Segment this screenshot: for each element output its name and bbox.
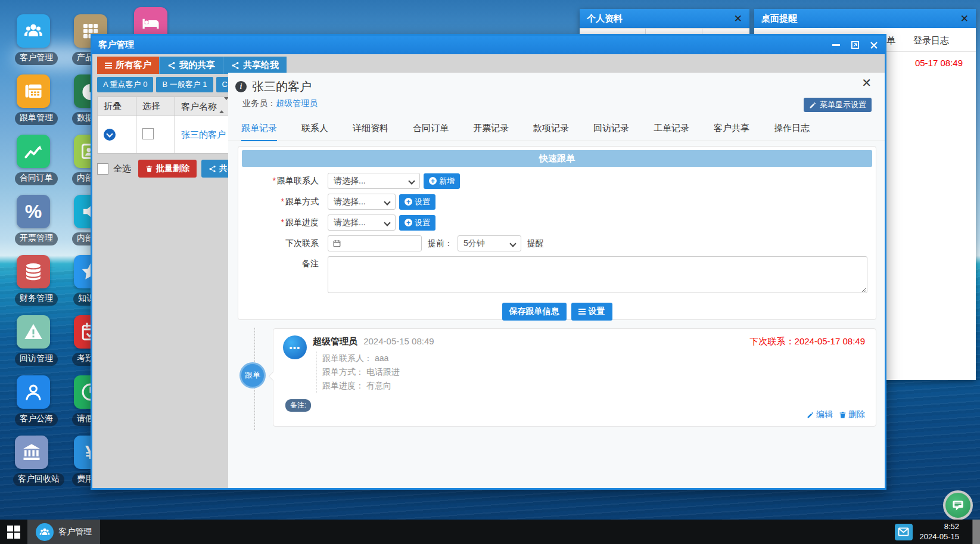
list-icon: [578, 307, 586, 316]
contact-select[interactable]: 请选择...: [328, 173, 420, 189]
menu-display-settings-button[interactable]: 菜单显示设置: [804, 98, 872, 112]
chevron-down-icon: [384, 198, 390, 205]
database-icon: [17, 255, 50, 288]
reminder-panel-titlebar: 桌面提醒 ✕: [754, 9, 976, 28]
tab-payment-records[interactable]: 款项记录: [533, 117, 569, 141]
category-b-button[interactable]: B 一般客户 1: [156, 77, 213, 92]
desktop-icon-label: 合同订单: [15, 172, 58, 185]
edit-record-link[interactable]: 编辑: [807, 409, 833, 420]
reminder-panel-title: 桌面提醒: [761, 13, 797, 24]
chevron-down-icon: [384, 219, 390, 226]
chat-fab-button[interactable]: [943, 490, 973, 520]
chevron-down-icon: [408, 178, 415, 184]
batch-delete-button[interactable]: 批量删除: [138, 160, 197, 178]
ahead-select[interactable]: 5分钟: [458, 235, 521, 251]
card-notch: [269, 372, 278, 381]
tab-follow-records[interactable]: 跟单记录: [241, 117, 277, 141]
record-method-line: 跟单方式： 电话跟进: [322, 365, 400, 379]
tab-details[interactable]: 详细资料: [353, 117, 388, 141]
tab-contract-orders[interactable]: 合同订单: [413, 117, 449, 141]
note-textarea[interactable]: [328, 256, 867, 293]
delete-record-link[interactable]: 删除: [839, 409, 865, 420]
col-header-fold[interactable]: 折叠: [98, 97, 136, 116]
percent-icon: %: [17, 195, 50, 228]
salesman-link[interactable]: 超级管理员: [276, 98, 318, 108]
follow-badge: 跟单: [239, 362, 266, 388]
share-icon: [209, 165, 216, 173]
row-checkbox[interactable]: [142, 128, 154, 139]
method-label: 跟单方式: [285, 197, 319, 206]
required-mark: *: [281, 217, 284, 227]
next-contact-date-input[interactable]: [328, 235, 422, 251]
reminder-tab-partial[interactable]: 单: [886, 35, 895, 46]
category-a-button[interactable]: A 重点客户 0: [97, 77, 153, 92]
show-desktop-button[interactable]: [972, 520, 980, 544]
desktop-icon-recycle-bin[interactable]: 客户回收站: [13, 436, 50, 486]
add-contact-button[interactable]: +新增: [424, 173, 460, 189]
desktop-icon-customer-pool[interactable]: 客户公海: [15, 375, 52, 426]
close-icon[interactable]: [869, 41, 879, 50]
tab-contacts[interactable]: 联系人: [301, 117, 328, 141]
desktop-icon-invoice-mgmt[interactable]: % 开票管理: [15, 195, 52, 245]
save-follow-button[interactable]: 保存跟单信息: [502, 303, 567, 321]
windows-logo-icon: [7, 526, 20, 539]
salesman-row: 业务员：超级管理员: [228, 95, 885, 109]
col-header-select[interactable]: 选择: [136, 97, 175, 116]
progress-settings-button[interactable]: +设置: [399, 215, 435, 231]
desktop-icon-contract-order[interactable]: 合同订单: [15, 135, 52, 185]
percent-glyph: %: [25, 202, 42, 221]
method-select[interactable]: 请选择...: [328, 194, 396, 210]
window-titlebar: 客户管理: [92, 36, 885, 54]
tab-revisit-records[interactable]: 回访记录: [593, 117, 629, 141]
customer-detail-modal: ✕ i 张三的客户 业务员：超级管理员 菜单显示设置 跟单记录 联系人 详细资料…: [228, 73, 885, 488]
shared-to-me-button[interactable]: 共享给我: [223, 57, 287, 74]
all-customers-button[interactable]: 所有客户: [97, 57, 159, 74]
list-icon: [105, 61, 112, 70]
select-all-checkbox[interactable]: [97, 163, 108, 175]
reminder-tab-login-log[interactable]: 登录日志: [913, 35, 949, 46]
window-title: 客户管理: [98, 39, 134, 51]
close-icon[interactable]: ✕: [960, 13, 969, 25]
sort-icon[interactable]: [219, 100, 229, 110]
my-share-button[interactable]: 我的共享: [159, 57, 223, 74]
taskbar-clock[interactable]: 8:52 2024-05-15: [920, 522, 960, 542]
note-pill: 备注:: [285, 399, 311, 412]
tab-invoice-records[interactable]: 开票记录: [473, 117, 509, 141]
ahead-label: 提前：: [428, 238, 453, 249]
tab-operation-log[interactable]: 操作日志: [774, 117, 810, 141]
record-user: 超级管理员: [313, 336, 357, 346]
progress-select[interactable]: 请选择...: [328, 215, 396, 231]
people-icon: [36, 523, 54, 541]
customer-name-link[interactable]: 张三的客户: [181, 129, 226, 139]
system-tray: 8:52 2024-05-15: [895, 520, 980, 544]
tab-work-orders[interactable]: 工单记录: [654, 117, 689, 141]
desktop-icon-label: 客户管理: [15, 52, 58, 65]
follow-record-card: ••• 超级管理员 2024-05-15 08:49 下次联系：2024-05-…: [273, 328, 876, 427]
record-progress-line: 跟单进度： 有意向: [322, 379, 400, 393]
close-icon[interactable]: ✕: [861, 76, 872, 90]
required-mark: *: [273, 176, 276, 185]
desktop-icon-customer-mgmt[interactable]: 客户管理: [15, 14, 52, 65]
minimize-icon[interactable]: [831, 41, 841, 50]
fold-chevron-icon[interactable]: [104, 129, 116, 141]
record-time: 2024-05-15 08:49: [363, 336, 434, 346]
desktop-icon-label: 客户回收站: [13, 473, 64, 486]
desktop-icon-finance-mgmt[interactable]: 财务管理: [15, 255, 52, 306]
quick-follow-form: 快速跟单 *跟单联系人 请选择... +新增 *跟单方式 请选择... +设置 …: [238, 146, 876, 320]
taskbar-app-customer-mgmt[interactable]: 客户管理: [27, 520, 100, 544]
select-all-label: 全选: [113, 163, 131, 175]
customer-toolbar: 所有客户 我的共享 共享给我: [97, 57, 287, 74]
chat-bubble-icon: [950, 498, 966, 513]
start-button[interactable]: [0, 520, 27, 544]
method-settings-button[interactable]: +设置: [399, 194, 435, 210]
quick-follow-header: 快速跟单: [242, 150, 872, 167]
mail-tray-icon[interactable]: [895, 524, 913, 540]
close-icon[interactable]: ✕: [734, 13, 742, 25]
edit-icon: [809, 101, 817, 109]
calendar-icon: [333, 240, 341, 247]
maximize-icon[interactable]: [850, 41, 860, 50]
tab-customer-share[interactable]: 客户共享: [714, 117, 749, 141]
form-settings-button[interactable]: 设置: [571, 303, 612, 321]
desktop-icon-revisit-mgmt[interactable]: 回访管理: [15, 315, 52, 366]
desktop-icon-order-follow[interactable]: 跟单管理: [15, 74, 52, 125]
